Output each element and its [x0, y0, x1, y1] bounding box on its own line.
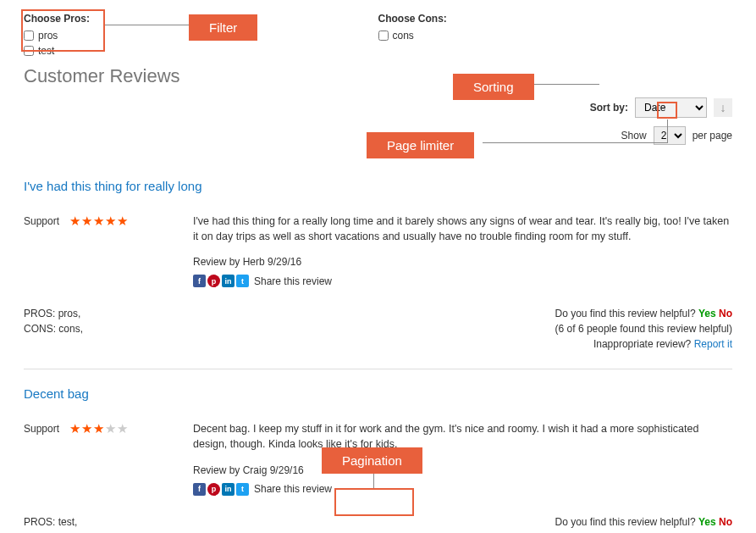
review-byline: Review by Herb 9/29/16 — [193, 256, 732, 268]
helpful-no[interactable]: No — [719, 516, 732, 528]
star-icon: ★ — [117, 214, 128, 229]
checkbox[interactable] — [24, 46, 34, 56]
facebook-icon[interactable]: f — [193, 483, 206, 496]
share-label[interactable]: Share this review — [254, 483, 332, 495]
linkedin-icon[interactable]: in — [222, 483, 235, 496]
rating-row: Support ★★★★★ — [24, 214, 193, 229]
review-body: Decent bag. I keep my stuff in it for wo… — [193, 421, 732, 452]
filter-option-label: cons — [393, 28, 414, 43]
helpful-question: Do you find this review helpful? — [555, 516, 696, 528]
rating-label: Support — [24, 423, 59, 435]
section-title: Customer Reviews — [24, 65, 732, 87]
star-icon: ★ — [105, 214, 116, 229]
checkbox[interactable] — [24, 31, 34, 41]
callout-line-limiter-h — [483, 142, 668, 143]
callout-line-filter — [105, 25, 190, 25]
stars: ★★★★★ — [69, 214, 128, 229]
star-icon: ★ — [93, 421, 104, 436]
helpful-yes[interactable]: Yes — [698, 516, 716, 528]
proscons: PROS: test, CONS: cons, — [24, 514, 83, 534]
report-link[interactable]: Report it — [694, 338, 732, 350]
pros-value: test, — [58, 516, 78, 528]
review-item: I've had this thing for really long Supp… — [24, 170, 732, 369]
proscons: PROS: pros, CONS: cons, — [24, 306, 83, 352]
review-body: I've had this thing for a really long ti… — [193, 214, 732, 244]
sort-label: Sort by: — [590, 102, 628, 114]
helpful-stats: (6 of 6 people found this review helpful… — [555, 321, 732, 336]
stars: ★★★★★ — [69, 421, 128, 436]
share-label[interactable]: Share this review — [254, 275, 332, 287]
facebook-icon[interactable]: f — [193, 275, 206, 287]
sort-direction-button[interactable]: ↓ — [714, 98, 732, 117]
show-label: Show — [621, 130, 647, 142]
rating-label: Support — [24, 215, 59, 227]
callout-pagination: Pagination — [322, 447, 422, 474]
helpful-stats: (4 of 4 people found this review helpful… — [555, 530, 732, 534]
twitter-icon[interactable]: t — [236, 275, 249, 287]
helpful-no[interactable]: No — [719, 308, 732, 319]
filter-option-label: pros — [38, 28, 58, 43]
helpful-question: Do you find this review helpful? — [555, 308, 696, 319]
review-title[interactable]: Decent bag — [24, 386, 732, 401]
sort-row: Sort by: Date ↓ — [590, 97, 732, 118]
star-icon: ★ — [93, 214, 104, 229]
pinterest-icon[interactable]: p — [207, 483, 220, 496]
review-title[interactable]: I've had this thing for really long — [24, 179, 732, 193]
filter-cons-option[interactable]: cons — [378, 28, 447, 43]
share-row: f p in t Share this review — [193, 275, 732, 287]
pros-prefix: PROS: — [24, 308, 58, 319]
cons-value: cons, — [58, 323, 83, 335]
star-icon: ★ — [69, 214, 80, 229]
star-icon: ★ — [69, 421, 80, 436]
filter-option-label: test — [38, 43, 54, 58]
pros-prefix: PROS: — [24, 516, 58, 528]
star-icon: ★ — [81, 421, 92, 436]
review-byline: Review by Craig 9/29/16 — [193, 464, 732, 476]
callout-filter: Filter — [189, 14, 257, 41]
star-icon: ★ — [81, 214, 92, 229]
pinterest-icon[interactable]: p — [207, 275, 220, 287]
per-page-label: per page — [693, 130, 732, 142]
callout-line-sorting — [527, 84, 599, 85]
helpful-block: Do you find this review helpful? Yes No … — [555, 306, 732, 352]
filter-pros-option[interactable]: test — [24, 43, 378, 58]
star-empty-icon: ★ — [117, 421, 128, 436]
helpful-yes[interactable]: Yes — [698, 308, 716, 319]
star-empty-icon: ★ — [105, 421, 116, 436]
report-question: Inappropriate review? — [593, 338, 691, 350]
twitter-icon[interactable]: t — [236, 483, 249, 496]
rating-row: Support ★★★★★ — [24, 421, 193, 436]
share-row: f p in t Share this review — [193, 483, 732, 496]
filter-section: Choose Pros: pros test Choose Cons: cons — [24, 13, 732, 58]
sort-select[interactable]: Date — [635, 97, 707, 118]
pros-value: pros, — [58, 308, 81, 319]
linkedin-icon[interactable]: in — [222, 275, 235, 287]
callout-sorting: Sorting — [453, 74, 534, 100]
cons-prefix: CONS: — [24, 323, 58, 335]
callout-page-limiter: Page limiter — [367, 132, 474, 158]
filter-cons-col: Choose Cons: cons — [378, 13, 447, 58]
helpful-block: Do you find this review helpful? Yes No … — [555, 514, 732, 534]
checkbox[interactable] — [378, 31, 389, 41]
callout-line-limiter-v — [667, 119, 668, 143]
filter-cons-label: Choose Cons: — [378, 13, 447, 25]
